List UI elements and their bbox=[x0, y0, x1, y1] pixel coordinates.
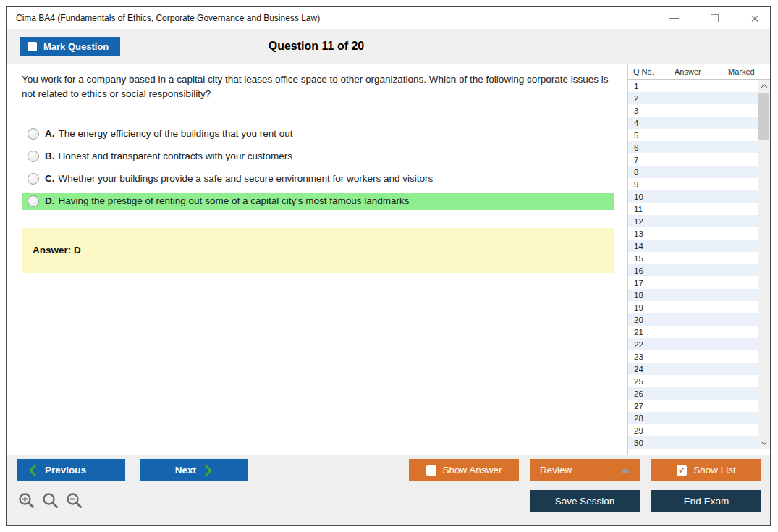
scroll-up-button[interactable] bbox=[758, 80, 770, 92]
review-label: Review bbox=[540, 465, 572, 476]
scrollbar[interactable] bbox=[758, 80, 770, 449]
previous-button[interactable]: Previous bbox=[17, 459, 125, 481]
question-row[interactable]: 6 bbox=[628, 141, 758, 153]
window-controls: × bbox=[666, 7, 763, 29]
window-title: Cima BA4 (Fundamentals of Ethics, Corpor… bbox=[7, 13, 320, 23]
minimize-icon bbox=[669, 18, 679, 19]
show-answer-button[interactable]: Show Answer bbox=[409, 459, 519, 481]
chevron-left-icon bbox=[28, 465, 36, 476]
dropdown-arrow-icon bbox=[621, 468, 630, 473]
close-button[interactable]: × bbox=[747, 10, 763, 26]
title-bar: Cima BA4 (Fundamentals of Ethics, Corpor… bbox=[7, 7, 770, 29]
next-label: Next bbox=[175, 465, 196, 476]
zoom-reset-icon[interactable] bbox=[41, 491, 60, 510]
question-rows: 1 2 3 4 5 6 7 8 bbox=[628, 80, 758, 449]
answer-text: Answer: D bbox=[33, 245, 81, 256]
scroll-down-button[interactable] bbox=[758, 436, 770, 449]
question-list-panel: Q No. Answer Marked 1 2 3 4 5 bbox=[627, 64, 770, 455]
option-d-correct-highlighted[interactable]: D. Having the prestige of renting out so… bbox=[22, 193, 614, 210]
zoom-out-icon[interactable] bbox=[65, 491, 84, 510]
column-header-qno[interactable]: Q No. bbox=[628, 67, 675, 76]
question-row[interactable]: 30 bbox=[628, 436, 758, 449]
show-answer-label: Show Answer bbox=[443, 465, 502, 476]
question-row[interactable]: 21 bbox=[628, 326, 758, 338]
app-window: Cima BA4 (Fundamentals of Ethics, Corpor… bbox=[6, 6, 771, 526]
question-row[interactable]: 23 bbox=[628, 350, 758, 363]
question-row[interactable]: 9 bbox=[628, 178, 758, 190]
question-list-header: Q No. Answer Marked bbox=[628, 64, 770, 80]
question-row[interactable]: 26 bbox=[628, 387, 758, 400]
show-list-checkbox[interactable]: ✓ bbox=[677, 465, 687, 476]
maximize-button[interactable] bbox=[706, 10, 722, 26]
maximize-icon bbox=[711, 14, 719, 22]
question-row[interactable]: 14 bbox=[628, 240, 758, 252]
question-row[interactable]: 12 bbox=[628, 215, 758, 227]
end-exam-label: End Exam bbox=[684, 496, 729, 507]
minimize-button[interactable] bbox=[666, 10, 682, 26]
review-dropdown-button[interactable]: Review bbox=[530, 459, 640, 481]
option-letter: C. bbox=[45, 173, 55, 184]
question-row[interactable]: 15 bbox=[628, 252, 758, 264]
save-session-label: Save Session bbox=[555, 496, 615, 507]
question-row[interactable]: 24 bbox=[628, 363, 758, 375]
question-row[interactable]: 8 bbox=[628, 166, 758, 178]
question-row[interactable]: 20 bbox=[628, 313, 758, 326]
option-a[interactable]: A. The energy efficiency of the building… bbox=[22, 125, 614, 143]
zoom-in-icon[interactable] bbox=[17, 491, 36, 510]
question-row[interactable]: 16 bbox=[628, 264, 758, 276]
question-row[interactable]: 5 bbox=[628, 129, 758, 141]
question-list-body: 1 2 3 4 5 6 7 8 bbox=[628, 80, 770, 449]
check-icon: ✓ bbox=[678, 466, 685, 475]
option-text: The energy efficiency of the buildings t… bbox=[59, 128, 293, 139]
radio-icon[interactable] bbox=[28, 173, 39, 185]
question-row[interactable]: 13 bbox=[628, 227, 758, 240]
question-row[interactable]: 19 bbox=[628, 301, 758, 313]
next-button[interactable]: Next bbox=[140, 459, 248, 481]
question-row[interactable]: 29 bbox=[628, 424, 758, 436]
scrollbar-thumb[interactable] bbox=[758, 93, 769, 140]
question-row[interactable]: 22 bbox=[628, 338, 758, 350]
question-counter: Question 11 of 20 bbox=[7, 29, 625, 64]
option-letter: D. bbox=[45, 195, 55, 206]
question-row[interactable]: 10 bbox=[628, 190, 758, 203]
question-row[interactable]: 27 bbox=[628, 400, 758, 412]
question-row[interactable]: 3 bbox=[628, 104, 758, 117]
question-row[interactable]: 17 bbox=[628, 276, 758, 289]
question-row[interactable]: 18 bbox=[628, 289, 758, 301]
question-panel: You work for a company based in a capita… bbox=[7, 64, 627, 455]
option-b[interactable]: B. Honest and transparent contracts with… bbox=[22, 148, 614, 165]
header-bar: Mark Question Question 11 of 20 bbox=[7, 29, 770, 64]
chevron-down-icon bbox=[761, 439, 766, 444]
option-text: Having the prestige of renting out some … bbox=[59, 195, 410, 206]
option-letter: B. bbox=[45, 151, 55, 161]
option-c[interactable]: C. Whether your buildings provide a safe… bbox=[22, 170, 614, 187]
question-row[interactable]: 1 bbox=[628, 80, 758, 92]
options-list: A. The energy efficiency of the building… bbox=[22, 125, 614, 210]
end-exam-button[interactable]: End Exam bbox=[651, 490, 761, 512]
radio-icon[interactable] bbox=[28, 151, 39, 162]
option-text: Honest and transparent contracts with yo… bbox=[59, 151, 292, 161]
question-row[interactable]: 2 bbox=[628, 92, 758, 104]
question-row[interactable]: 25 bbox=[628, 375, 758, 387]
chevron-up-icon bbox=[761, 84, 766, 90]
column-header-answer[interactable]: Answer bbox=[675, 67, 722, 76]
answer-box: Answer: D bbox=[22, 228, 614, 273]
save-session-button[interactable]: Save Session bbox=[530, 490, 640, 512]
main-area: You work for a company based in a capita… bbox=[7, 64, 770, 455]
question-row[interactable]: 28 bbox=[628, 412, 758, 424]
previous-label: Previous bbox=[45, 465, 86, 476]
show-answer-checkbox[interactable] bbox=[426, 465, 436, 476]
radio-icon[interactable] bbox=[28, 195, 39, 207]
question-text: You work for a company based in a capita… bbox=[22, 72, 614, 102]
chevron-right-icon bbox=[205, 465, 213, 476]
footer-bar: Previous Next Show Answer Review ✓ Show … bbox=[7, 455, 770, 525]
question-row[interactable]: 4 bbox=[628, 117, 758, 129]
column-header-marked[interactable]: Marked bbox=[722, 67, 770, 76]
option-letter: A. bbox=[45, 128, 55, 139]
show-list-label: Show List bbox=[693, 465, 736, 476]
radio-icon[interactable] bbox=[28, 128, 39, 140]
question-row[interactable]: 7 bbox=[628, 153, 758, 166]
question-row[interactable]: 11 bbox=[628, 203, 758, 215]
show-list-button[interactable]: ✓ Show List bbox=[651, 459, 761, 481]
option-text: Whether your buildings provide a safe an… bbox=[59, 173, 434, 184]
